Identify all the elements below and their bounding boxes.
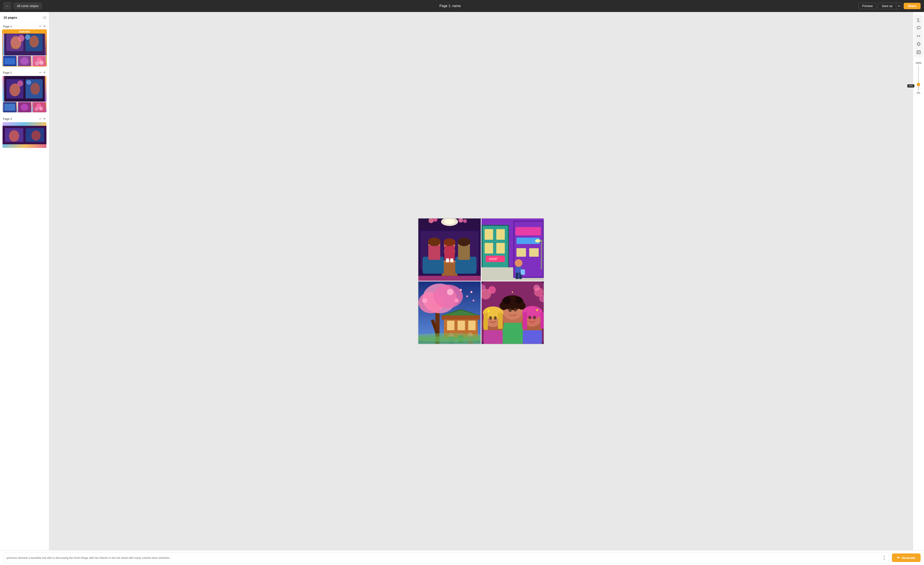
svg-rect-47 (442, 263, 457, 276)
svg-rect-141 (498, 313, 502, 329)
page-3-icons: ✏ 👁 (39, 117, 46, 120)
svg-point-142 (489, 316, 492, 320)
svg-point-161 (917, 44, 918, 44)
page-1-icons: ✏ 👁 (39, 25, 46, 28)
svg-point-43 (463, 219, 467, 223)
page-2-thumbnail[interactable] (2, 75, 47, 113)
prompt-down-button[interactable]: ▼ (882, 558, 886, 560)
svg-rect-9 (4, 58, 15, 65)
svg-point-101 (473, 300, 474, 301)
svg-rect-152 (523, 330, 542, 344)
svg-rect-86 (541, 240, 542, 269)
svg-point-134 (508, 308, 512, 312)
prompt-input-container[interactable]: princess dressed a beautiful red skirt i… (3, 553, 890, 563)
zoom-handle[interactable]: 24% (917, 83, 920, 86)
speech-bubble-button[interactable] (915, 24, 922, 32)
page-1-illustration (3, 30, 46, 56)
svg-text:★: ★ (487, 309, 490, 313)
page-3-thumbnail[interactable] (2, 122, 47, 148)
svg-point-4 (30, 36, 39, 48)
sidebar: 15 pages ◁ Page 1 ✏ 👁 Selected (0, 12, 49, 550)
svg-rect-83 (516, 272, 518, 279)
page-1-thumb-small-3 (32, 56, 46, 66)
page-2-view-button[interactable]: 👁 (43, 71, 46, 74)
sidebar-collapse-button[interactable]: ◁ (43, 15, 45, 20)
svg-point-95 (447, 289, 453, 295)
page-1-thumb-strip (3, 56, 46, 66)
page-2-main-thumb (3, 76, 46, 102)
svg-rect-136 (502, 323, 523, 344)
svg-point-21 (17, 80, 23, 86)
page-2-illustration (3, 76, 46, 102)
svg-rect-148 (523, 313, 527, 329)
page-1-thumbnail[interactable]: Selected (2, 29, 47, 66)
comic-panel-1[interactable] (418, 218, 481, 281)
svg-rect-144 (483, 330, 502, 344)
svg-rect-79 (516, 248, 526, 257)
svg-rect-24 (4, 104, 15, 111)
panel-3-svg (418, 281, 481, 344)
svg-point-132 (503, 297, 511, 304)
generate-button[interactable]: ✏ Generate (892, 553, 921, 562)
zoom-current-badge: 24% (908, 84, 914, 87)
zoom-min-label: 0% (917, 92, 920, 94)
page-1-view-button[interactable]: 👁 (43, 25, 46, 28)
comic-panel-4[interactable]: ★ ★ ✦ (482, 281, 544, 344)
page-1-edit-button[interactable]: ✏ (39, 25, 42, 28)
speech-bubble-icon (916, 26, 921, 30)
svg-point-116 (418, 333, 481, 342)
text-tool-button[interactable]: T (915, 16, 922, 24)
svg-point-14 (35, 61, 39, 66)
page-3-edit-button[interactable]: ✏ (39, 117, 42, 120)
generate-label: Generate (902, 556, 915, 560)
page-1-main-thumb (3, 30, 46, 56)
comic-panel-2[interactable]: SHOP (482, 218, 544, 281)
page-3-view-button[interactable]: 👁 (43, 117, 46, 120)
breadcrumb-button[interactable]: All comic stripes (14, 3, 42, 9)
panel-4-svg: ★ ★ ✦ (482, 281, 544, 344)
page-3-label-row: Page 3 ✏ 👁 (2, 117, 47, 120)
prompt-up-button[interactable]: ▲ (882, 555, 886, 557)
top-bar: ← All comic stripes Page 1: name Preview… (0, 0, 924, 12)
pencil-icon: ✏ (897, 556, 900, 560)
svg-rect-140 (483, 313, 488, 330)
share-button[interactable]: Share (904, 3, 921, 9)
page-2-thumb-small-2 (17, 102, 32, 112)
caption-button[interactable] (915, 48, 922, 56)
saveas-button[interactable]: Save as (878, 3, 896, 9)
preview-button[interactable]: Preview (858, 3, 876, 9)
zoom-track: 24% (918, 65, 919, 91)
svg-point-133 (515, 297, 522, 304)
comment-button[interactable] (915, 40, 922, 48)
svg-point-99 (466, 295, 468, 297)
right-toolbar: T 1:1 (913, 12, 924, 550)
page-2-edit-button[interactable]: ✏ (39, 71, 42, 74)
comic-panel-3[interactable] (418, 281, 481, 344)
svg-point-163 (919, 44, 920, 44)
saveas-group: Save as ▾ (878, 3, 902, 9)
saveas-dropdown-button[interactable]: ▾ (896, 3, 902, 9)
page-2-thumb-small-1 (3, 102, 17, 112)
svg-rect-62 (446, 258, 449, 262)
zoom-control: 100% 24% 0% (915, 62, 921, 94)
svg-point-35 (32, 130, 40, 140)
svg-point-124 (533, 285, 540, 291)
svg-point-15 (39, 60, 44, 65)
svg-marker-164 (918, 45, 919, 46)
svg-point-20 (31, 83, 40, 95)
canvas-area: SHOP (49, 12, 913, 550)
svg-text:SHOP: SHOP (489, 257, 497, 261)
back-button[interactable]: ← (3, 2, 11, 10)
panel-2-svg: SHOP (482, 218, 544, 281)
svg-rect-85 (520, 269, 525, 275)
ratio-button[interactable]: 1:1 (915, 32, 922, 40)
sidebar-page-3: Page 3 ✏ 👁 (2, 117, 47, 148)
zoom-slider[interactable]: 24% (916, 65, 921, 91)
svg-rect-107 (458, 321, 465, 330)
svg-point-162 (918, 44, 919, 44)
sidebar-pages[interactable]: Page 1 ✏ 👁 Selected (0, 22, 49, 550)
page-1-selected-badge: Selected (3, 30, 46, 34)
page-1-label-row: Page 1 ✏ 👁 (2, 25, 47, 28)
panel-1-svg (418, 218, 481, 281)
svg-rect-68 (484, 229, 493, 240)
